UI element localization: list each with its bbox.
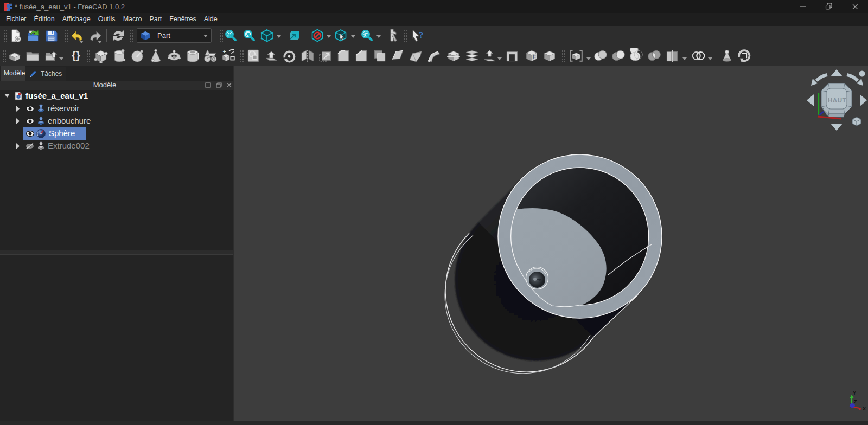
svg-text:HAUT: HAUT [828,97,846,104]
svg-text:Y: Y [853,390,856,396]
svg-text:X: X [863,406,866,411]
svg-text:+: + [223,49,226,55]
svg-text:F: F [533,54,537,60]
svg-text:?: ? [419,30,424,40]
svg-text:{}: {} [72,49,80,61]
svg-text:Z: Z [854,399,857,404]
